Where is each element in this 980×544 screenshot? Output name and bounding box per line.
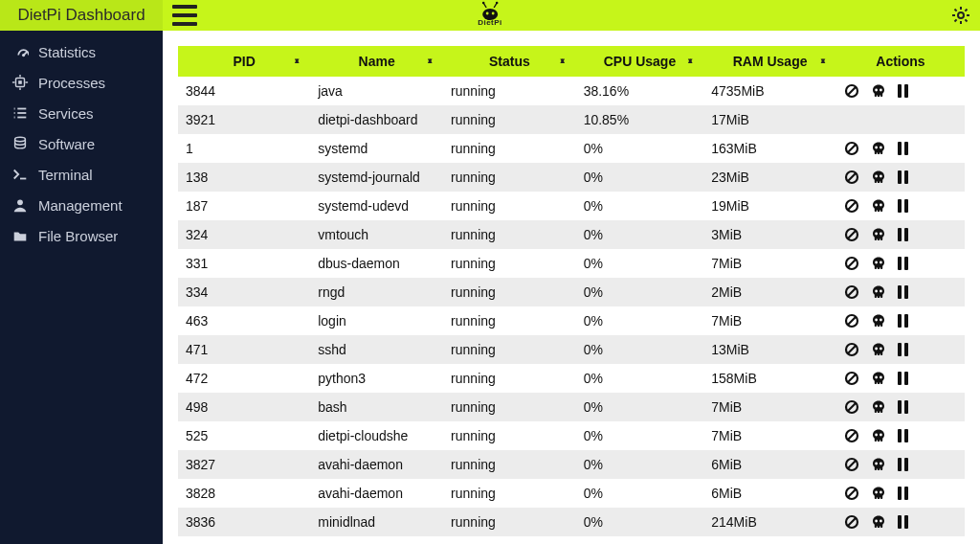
settings-button[interactable] bbox=[951, 6, 970, 29]
table-row: 1systemdrunning0%163MiB bbox=[178, 134, 965, 163]
ban-icon[interactable] bbox=[844, 141, 859, 156]
cell-cpu: 0% bbox=[576, 364, 704, 393]
ban-icon[interactable] bbox=[844, 227, 859, 242]
cell-pid: 3836 bbox=[178, 508, 310, 536]
cell-status: running bbox=[443, 393, 576, 421]
cell-ram: 23MiB bbox=[703, 163, 836, 192]
ban-icon[interactable] bbox=[844, 486, 859, 501]
pause-icon[interactable] bbox=[898, 314, 908, 328]
process-table: PID▲▼Name▲▼Status▲▼CPU Usage▲▼RAM Usage▲… bbox=[178, 46, 965, 544]
pause-icon[interactable] bbox=[898, 400, 908, 414]
sidebar-item-management[interactable]: Management bbox=[0, 190, 163, 220]
col-header-actions[interactable]: Actions bbox=[836, 46, 965, 77]
col-header-pid[interactable]: PID▲▼ bbox=[178, 46, 310, 77]
sidebar-item-software[interactable]: Software bbox=[0, 128, 163, 159]
col-header-name[interactable]: Name▲▼ bbox=[310, 46, 443, 77]
skull-icon[interactable] bbox=[871, 457, 886, 472]
ban-icon[interactable] bbox=[844, 198, 859, 214]
table-row: 334rngdrunning0%2MiB bbox=[178, 278, 965, 306]
cell-ram: 214MiB bbox=[703, 508, 836, 536]
skull-icon[interactable] bbox=[871, 141, 886, 156]
skull-icon[interactable] bbox=[871, 399, 886, 415]
sidebar-item-processes[interactable]: Processes bbox=[0, 67, 163, 98]
sidebar-item-statistics[interactable]: Statistics bbox=[0, 36, 163, 67]
cell-status: running bbox=[443, 508, 576, 536]
cell-cpu: 0% bbox=[576, 163, 704, 192]
ban-icon[interactable] bbox=[844, 313, 859, 329]
cell-pid: 525 bbox=[178, 421, 310, 450]
ban-icon[interactable] bbox=[844, 83, 859, 99]
pause-icon[interactable] bbox=[898, 343, 908, 356]
pause-icon[interactable] bbox=[898, 458, 908, 471]
pause-icon[interactable] bbox=[898, 257, 908, 270]
cell-status: running bbox=[443, 278, 576, 306]
skull-icon[interactable] bbox=[871, 313, 886, 329]
skull-icon[interactable] bbox=[871, 514, 886, 530]
table-row: 138systemd-journaldrunning0%23MiB bbox=[178, 163, 965, 192]
table-row: 324vmtouchrunning0%3MiB bbox=[178, 220, 965, 249]
sidebar-item-services[interactable]: Services bbox=[0, 98, 163, 128]
table-row: 3827avahi-daemonrunning0%6MiB bbox=[178, 450, 965, 479]
skull-icon[interactable] bbox=[871, 342, 886, 357]
col-header-label: PID bbox=[233, 54, 255, 69]
table-row: 331dbus-daemonrunning0%7MiB bbox=[178, 249, 965, 278]
sidebar-item-label: Terminal bbox=[38, 167, 93, 183]
cell-status: running bbox=[443, 192, 576, 220]
cell-actions bbox=[836, 249, 965, 278]
col-header-label: Status bbox=[489, 54, 530, 69]
list-icon bbox=[11, 104, 29, 122]
ban-icon[interactable] bbox=[844, 428, 859, 443]
pause-icon[interactable] bbox=[898, 199, 908, 213]
skull-icon[interactable] bbox=[871, 256, 886, 271]
col-header-ram-usage[interactable]: RAM Usage▲▼ bbox=[703, 46, 836, 77]
cell-actions bbox=[836, 508, 965, 536]
ban-icon[interactable] bbox=[844, 284, 859, 300]
pause-icon[interactable] bbox=[898, 487, 908, 500]
ban-icon[interactable] bbox=[844, 399, 859, 415]
ban-icon[interactable] bbox=[844, 514, 859, 530]
skull-icon[interactable] bbox=[871, 227, 886, 242]
skull-icon[interactable] bbox=[871, 371, 886, 386]
table-row: 3857cronrunning0%5MiB bbox=[178, 536, 965, 544]
pause-icon[interactable] bbox=[898, 170, 908, 184]
cell-name: avahi-daemon bbox=[310, 450, 443, 479]
cell-actions bbox=[836, 306, 965, 335]
pause-icon[interactable] bbox=[898, 285, 908, 299]
col-header-status[interactable]: Status▲▼ bbox=[443, 46, 576, 77]
pause-icon[interactable] bbox=[898, 372, 908, 385]
cell-name: systemd-udevd bbox=[310, 192, 443, 220]
cell-pid: 471 bbox=[178, 335, 310, 364]
cell-name: rngd bbox=[310, 278, 443, 306]
pause-icon[interactable] bbox=[898, 228, 908, 241]
skull-icon[interactable] bbox=[871, 198, 886, 214]
skull-icon[interactable] bbox=[871, 428, 886, 443]
cell-ram: 2MiB bbox=[703, 278, 836, 306]
ban-icon[interactable] bbox=[844, 256, 859, 271]
skull-icon[interactable] bbox=[871, 284, 886, 300]
col-header-label: CPU Usage bbox=[604, 54, 676, 69]
pause-icon[interactable] bbox=[898, 142, 908, 155]
table-row: 498bashrunning0%7MiB bbox=[178, 393, 965, 421]
col-header-cpu-usage[interactable]: CPU Usage▲▼ bbox=[576, 46, 704, 77]
pause-icon[interactable] bbox=[898, 429, 908, 442]
skull-icon[interactable] bbox=[871, 170, 886, 185]
pause-icon[interactable] bbox=[898, 84, 908, 98]
ban-icon[interactable] bbox=[844, 170, 859, 185]
col-header-label: Name bbox=[359, 54, 395, 69]
sidebar-item-file-browser[interactable]: File Browser bbox=[0, 220, 163, 251]
sidebar-item-terminal[interactable]: Terminal bbox=[0, 159, 163, 190]
pause-icon[interactable] bbox=[898, 515, 908, 529]
cell-pid: 3921 bbox=[178, 105, 310, 134]
menu-toggle-button[interactable] bbox=[172, 0, 203, 31]
table-row: 463loginrunning0%7MiB bbox=[178, 306, 965, 335]
skull-icon[interactable] bbox=[871, 83, 886, 99]
ban-icon[interactable] bbox=[844, 371, 859, 386]
skull-icon[interactable] bbox=[871, 486, 886, 501]
sidebar-item-label: File Browser bbox=[38, 228, 118, 244]
svg-point-32 bbox=[492, 12, 495, 15]
cell-cpu: 0% bbox=[576, 393, 704, 421]
ban-icon[interactable] bbox=[844, 342, 859, 357]
cell-pid: 334 bbox=[178, 278, 310, 306]
cell-cpu: 0% bbox=[576, 134, 704, 163]
ban-icon[interactable] bbox=[844, 457, 859, 472]
